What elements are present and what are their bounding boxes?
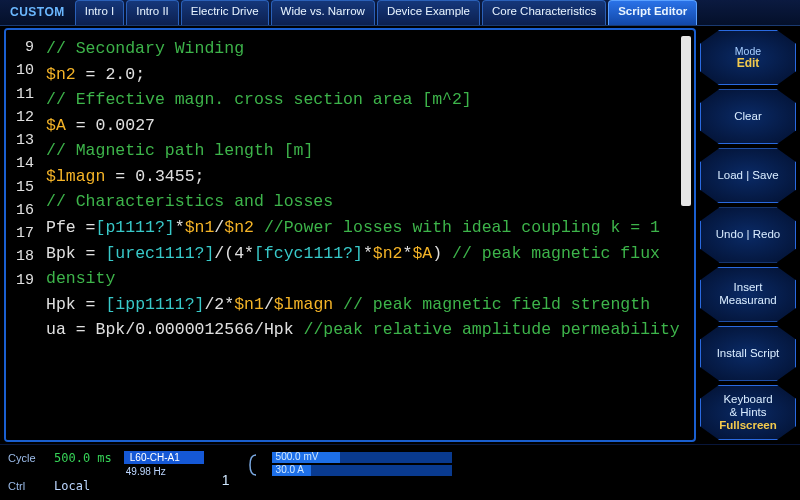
- script-editor[interactable]: 910111213141516171819 // Secondary Windi…: [4, 28, 696, 442]
- code-line-11[interactable]: // Effective magn. cross section area [m…: [46, 87, 690, 113]
- ctrl-value: Local: [54, 479, 90, 493]
- tab-bar: CUSTOM Intro IIntro IIElectric DriveWide…: [0, 0, 800, 26]
- tab-core-characteristics[interactable]: Core Characteristics: [482, 0, 606, 25]
- tab-script-editor[interactable]: Script Editor: [608, 0, 697, 25]
- channel-freq: 49.98 Hz: [124, 466, 204, 477]
- code-line-9[interactable]: // Secondary Winding: [46, 36, 690, 62]
- softkey-1[interactable]: Clear: [700, 89, 796, 144]
- tab-wide-vs-narrow[interactable]: Wide vs. Narrow: [271, 0, 375, 25]
- cycle-label: Cycle: [8, 452, 48, 464]
- softkey-0[interactable]: ModeEdit: [700, 30, 796, 85]
- line-gutter: 910111213141516171819: [6, 30, 40, 440]
- ctrl-label: Ctrl: [8, 480, 48, 492]
- code-line-14[interactable]: $lmagn = 0.3455;: [46, 164, 690, 190]
- code-line-18[interactable]: Hpk = [ipp1111?]/2*$n1/$lmagn // peak ma…: [46, 292, 690, 318]
- code-line-17[interactable]: Bpk = [urec1111?]/(4*[fcyc1111?]*$n2*$A)…: [46, 241, 690, 292]
- code-line-16[interactable]: Pfe =[p1111?]*$n1/$n2 //Power losses wit…: [46, 215, 690, 241]
- code-line-19[interactable]: ua = Bpk/0.0000012566/Hpk //peak relativ…: [46, 317, 690, 343]
- channel-box: L60-CH-A1 49.98 Hz: [124, 451, 204, 477]
- scroll-thumb[interactable]: [681, 36, 691, 206]
- softkey-5[interactable]: Install Script: [700, 326, 796, 381]
- softkey-column: ModeEditClearLoad | SaveUndo | RedoInser…: [698, 26, 800, 444]
- softkey-6[interactable]: Keyboard& HintsFullscreen: [700, 385, 796, 440]
- code-line-12[interactable]: $A = 0.0027: [46, 113, 690, 139]
- tab-device-example[interactable]: Device Example: [377, 0, 480, 25]
- custom-label: CUSTOM: [0, 0, 75, 25]
- tab-intro-i[interactable]: Intro I: [75, 0, 124, 25]
- code-line-15[interactable]: // Characteristics and losses: [46, 189, 690, 215]
- range-bars: 500.0 mV30.0 A: [272, 452, 452, 476]
- code-area[interactable]: // Secondary Winding$n2 = 2.0;// Effecti…: [40, 30, 694, 440]
- code-line-13[interactable]: // Magnetic path length [m]: [46, 138, 690, 164]
- softkey-2[interactable]: Load | Save: [700, 148, 796, 203]
- code-line-10[interactable]: $n2 = 2.0;: [46, 62, 690, 88]
- range-bar: 30.0 A: [272, 465, 452, 476]
- softkey-4[interactable]: Insert Measurand: [700, 267, 796, 322]
- tab-electric-drive[interactable]: Electric Drive: [181, 0, 269, 25]
- cycle-value: 500.0 ms: [54, 451, 112, 465]
- group-index: 1: [222, 472, 230, 488]
- tab-intro-ii[interactable]: Intro II: [126, 0, 179, 25]
- editor-scrollbar[interactable]: [681, 36, 691, 434]
- channel-name[interactable]: L60-CH-A1: [124, 451, 204, 464]
- softkey-3[interactable]: Undo | Redo: [700, 207, 796, 262]
- status-bar: Cycle 500.0 ms Ctrl Local L60-CH-A1 49.9…: [0, 444, 800, 498]
- range-bar: 500.0 mV: [272, 452, 452, 463]
- bracket-icon: [246, 453, 260, 477]
